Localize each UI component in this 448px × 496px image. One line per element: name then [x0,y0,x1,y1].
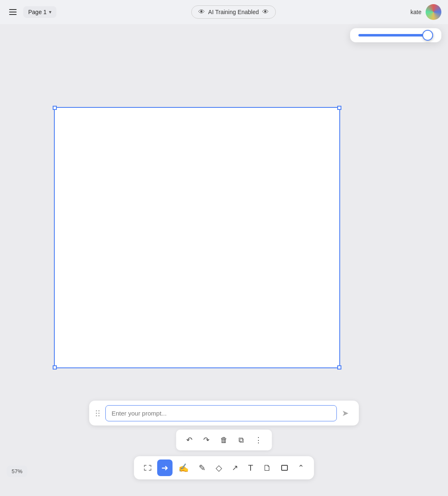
handle-bottom-right[interactable] [337,365,341,370]
copy-icon: ⧉ [239,436,244,445]
ai-training-label: AI Training Enabled [208,9,259,15]
slider-track[interactable] [358,34,429,36]
send-button[interactable]: ➤ [337,405,354,421]
zoom-badge: 57% [7,466,27,477]
sticky-icon: 🗋 [263,463,271,473]
copy-button[interactable]: ⧉ [234,433,248,447]
send-icon: ➤ [342,408,349,418]
chevron-up-icon: ⌃ [298,463,304,472]
header-right: kate [411,4,441,20]
more-button[interactable]: ⋮ [251,433,266,447]
select-rect-tool[interactable] [140,462,156,474]
pen-icon: ✎ [199,463,206,473]
pen-tool[interactable]: ✎ [195,460,210,476]
handle-bottom-left[interactable] [53,365,57,370]
hand-icon: ✍ [178,463,189,473]
sticky-tool[interactable]: 🗋 [259,460,275,476]
eraser-tool[interactable]: ◇ [212,460,226,476]
undo-icon: ↶ [186,435,192,445]
eye-right-icon: 👁 [262,8,269,16]
eye-left-icon: 👁 [198,8,205,16]
prompt-bar-wrapper: ➤ [89,401,359,425]
selection-frame[interactable] [54,107,340,368]
menu-button[interactable] [7,7,19,17]
more-icon: ⋮ [255,435,262,445]
chevron-down-icon: ▾ [49,9,51,15]
prompt-input[interactable] [105,405,337,421]
text-icon: T [248,463,253,473]
header: Page 1 ▾ 👁 AI Training Enabled 👁 kate [0,0,448,24]
page-title: Page 1 [28,9,46,15]
drag-handle[interactable] [94,408,101,418]
redo-icon: ↷ [203,435,209,445]
eraser-icon: ◇ [216,463,222,473]
prompt-bar: ➤ [89,401,359,425]
expand-toolbar-button[interactable]: ⌃ [294,460,308,476]
handle-top-left[interactable] [53,106,57,110]
avatar[interactable] [426,4,441,20]
main-toolbar: ➜ ✍ ✎ ◇ ↗ T 🗋 ⌃ [134,456,314,479]
action-toolbar: ↶ ↷ 🗑 ⧉ ⋮ [176,430,272,450]
slider-thumb[interactable] [424,31,433,40]
user-name: kate [411,9,421,15]
trash-icon: 🗑 [220,436,228,445]
arrow-icon: ↗ [232,463,238,472]
canvas-area: ➤ ↶ ↷ 🗑 ⧉ ⋮ ➜ ✍ ✎ [0,24,448,496]
undo-button[interactable]: ↶ [182,433,197,447]
arrow-tool[interactable]: ↗ [228,460,242,476]
header-left: Page 1 ▾ [7,6,56,18]
handle-top-right[interactable] [337,106,341,110]
text-tool[interactable]: T [244,460,257,476]
delete-button[interactable]: 🗑 [216,433,232,447]
ai-training-badge[interactable]: 👁 AI Training Enabled 👁 [191,5,276,19]
rect-icon [281,465,288,471]
zoom-value: 57% [12,468,22,474]
hand-tool[interactable]: ✍ [174,460,193,476]
cursor-tool[interactable]: ➜ [157,460,173,476]
page-selector[interactable]: Page 1 ▾ [23,6,56,18]
rect-tool[interactable] [277,462,292,474]
select-rect-icon [144,465,151,471]
redo-button[interactable]: ↷ [199,433,214,447]
cursor-icon: ➜ [161,463,168,473]
slider-popup [350,28,441,42]
